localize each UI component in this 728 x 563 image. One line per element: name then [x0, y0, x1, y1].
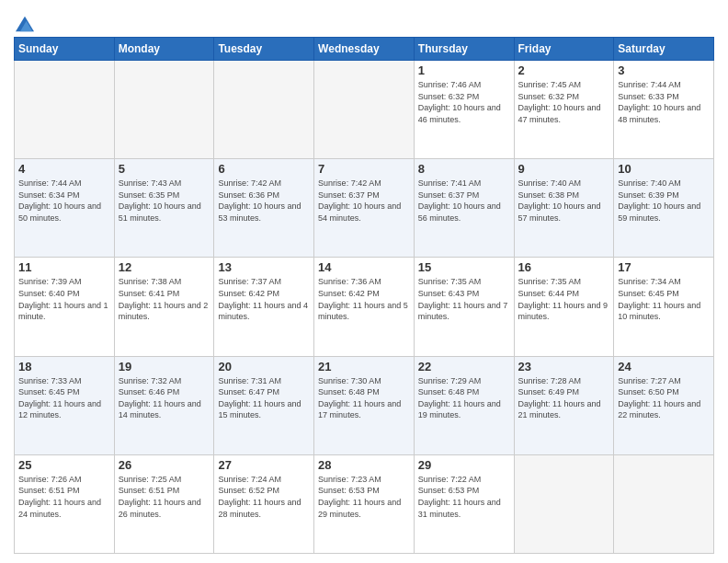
- calendar-cell: 22Sunrise: 7:29 AMSunset: 6:48 PMDayligh…: [414, 356, 514, 454]
- day-info: Sunrise: 7:28 AMSunset: 6:49 PMDaylight:…: [518, 375, 610, 421]
- day-number: 6: [218, 162, 310, 176]
- weekday-header: Sunday: [15, 38, 115, 61]
- weekday-header: Wednesday: [314, 38, 415, 61]
- calendar-cell: 28Sunrise: 7:23 AMSunset: 6:53 PMDayligh…: [314, 454, 415, 553]
- day-info: Sunrise: 7:22 AMSunset: 6:53 PMDaylight:…: [418, 474, 510, 520]
- calendar-cell: 6Sunrise: 7:42 AMSunset: 6:36 PMDaylight…: [214, 159, 314, 258]
- calendar-cell: 1Sunrise: 7:46 AMSunset: 6:32 PMDaylight…: [414, 61, 514, 159]
- day-info: Sunrise: 7:23 AMSunset: 6:53 PMDaylight:…: [318, 474, 410, 520]
- calendar: SundayMondayTuesdayWednesdayThursdayFrid…: [14, 37, 714, 554]
- day-number: 24: [618, 360, 710, 373]
- day-number: 23: [518, 360, 610, 373]
- day-number: 9: [518, 162, 610, 176]
- weekday-header: Friday: [514, 38, 614, 61]
- day-number: 10: [618, 162, 710, 176]
- calendar-cell: 16Sunrise: 7:35 AMSunset: 6:44 PMDayligh…: [514, 258, 614, 356]
- calendar-cell: 26Sunrise: 7:25 AMSunset: 6:51 PMDayligh…: [114, 454, 214, 553]
- day-info: Sunrise: 7:35 AMSunset: 6:43 PMDaylight:…: [418, 276, 510, 322]
- day-number: 13: [218, 260, 310, 274]
- calendar-cell: 3Sunrise: 7:44 AMSunset: 6:33 PMDaylight…: [614, 61, 714, 159]
- day-number: 5: [119, 162, 210, 176]
- day-info: Sunrise: 7:32 AMSunset: 6:46 PMDaylight:…: [119, 375, 210, 421]
- calendar-cell: 13Sunrise: 7:37 AMSunset: 6:42 PMDayligh…: [214, 258, 314, 356]
- day-number: 26: [119, 458, 210, 472]
- day-info: Sunrise: 7:25 AMSunset: 6:51 PMDaylight:…: [119, 474, 210, 520]
- calendar-week-row: 25Sunrise: 7:26 AMSunset: 6:51 PMDayligh…: [15, 454, 714, 553]
- calendar-cell: [614, 454, 714, 553]
- day-info: Sunrise: 7:38 AMSunset: 6:41 PMDaylight:…: [119, 276, 210, 322]
- calendar-cell: 12Sunrise: 7:38 AMSunset: 6:41 PMDayligh…: [114, 258, 214, 356]
- calendar-cell: 23Sunrise: 7:28 AMSunset: 6:49 PMDayligh…: [514, 356, 614, 454]
- day-number: 16: [518, 260, 610, 274]
- day-info: Sunrise: 7:39 AMSunset: 6:40 PMDaylight:…: [18, 276, 110, 322]
- day-info: Sunrise: 7:35 AMSunset: 6:44 PMDaylight:…: [518, 276, 610, 322]
- day-info: Sunrise: 7:40 AMSunset: 6:38 PMDaylight:…: [518, 178, 610, 224]
- calendar-cell: 29Sunrise: 7:22 AMSunset: 6:53 PMDayligh…: [414, 454, 514, 553]
- day-number: 4: [18, 162, 110, 176]
- day-info: Sunrise: 7:41 AMSunset: 6:37 PMDaylight:…: [418, 178, 510, 224]
- day-info: Sunrise: 7:27 AMSunset: 6:50 PMDaylight:…: [618, 375, 710, 421]
- calendar-body: 1Sunrise: 7:46 AMSunset: 6:32 PMDaylight…: [15, 61, 714, 554]
- page: SundayMondayTuesdayWednesdayThursdayFrid…: [0, 0, 728, 563]
- calendar-cell: 4Sunrise: 7:44 AMSunset: 6:34 PMDaylight…: [15, 159, 115, 258]
- calendar-cell: 15Sunrise: 7:35 AMSunset: 6:43 PMDayligh…: [414, 258, 514, 356]
- day-info: Sunrise: 7:29 AMSunset: 6:48 PMDaylight:…: [418, 375, 510, 421]
- header: [14, 9, 714, 29]
- day-number: 19: [119, 360, 210, 373]
- day-info: Sunrise: 7:24 AMSunset: 6:52 PMDaylight:…: [218, 474, 310, 520]
- day-info: Sunrise: 7:42 AMSunset: 6:36 PMDaylight:…: [218, 178, 310, 224]
- day-number: 2: [518, 63, 610, 77]
- calendar-cell: 9Sunrise: 7:40 AMSunset: 6:38 PMDaylight…: [514, 159, 614, 258]
- day-number: 15: [418, 260, 510, 274]
- day-info: Sunrise: 7:30 AMSunset: 6:48 PMDaylight:…: [318, 375, 410, 421]
- calendar-cell: 25Sunrise: 7:26 AMSunset: 6:51 PMDayligh…: [15, 454, 115, 553]
- day-info: Sunrise: 7:33 AMSunset: 6:45 PMDaylight:…: [18, 375, 110, 421]
- weekday-header: Saturday: [614, 38, 714, 61]
- day-number: 14: [318, 260, 410, 274]
- logo-icon: [16, 15, 34, 33]
- calendar-cell: 24Sunrise: 7:27 AMSunset: 6:50 PMDayligh…: [614, 356, 714, 454]
- calendar-cell: 7Sunrise: 7:42 AMSunset: 6:37 PMDaylight…: [314, 159, 415, 258]
- calendar-cell: 20Sunrise: 7:31 AMSunset: 6:47 PMDayligh…: [214, 356, 314, 454]
- day-number: 17: [618, 260, 710, 274]
- calendar-cell: 2Sunrise: 7:45 AMSunset: 6:32 PMDaylight…: [514, 61, 614, 159]
- calendar-cell: [314, 61, 415, 159]
- calendar-cell: 17Sunrise: 7:34 AMSunset: 6:45 PMDayligh…: [614, 258, 714, 356]
- calendar-cell: [114, 61, 214, 159]
- calendar-cell: 5Sunrise: 7:43 AMSunset: 6:35 PMDaylight…: [114, 159, 214, 258]
- day-number: 28: [318, 458, 410, 472]
- day-number: 21: [318, 360, 410, 373]
- day-number: 29: [418, 458, 510, 472]
- logo: [14, 15, 34, 29]
- calendar-cell: 10Sunrise: 7:40 AMSunset: 6:39 PMDayligh…: [614, 159, 714, 258]
- day-number: 27: [218, 458, 310, 472]
- day-number: 11: [18, 260, 110, 274]
- day-number: 8: [418, 162, 510, 176]
- day-info: Sunrise: 7:44 AMSunset: 6:33 PMDaylight:…: [618, 79, 710, 125]
- day-info: Sunrise: 7:45 AMSunset: 6:32 PMDaylight:…: [518, 79, 610, 125]
- weekday-header: Thursday: [414, 38, 514, 61]
- calendar-cell: 27Sunrise: 7:24 AMSunset: 6:52 PMDayligh…: [214, 454, 314, 553]
- day-info: Sunrise: 7:43 AMSunset: 6:35 PMDaylight:…: [119, 178, 210, 224]
- weekday-header: Monday: [114, 38, 214, 61]
- day-info: Sunrise: 7:40 AMSunset: 6:39 PMDaylight:…: [618, 178, 710, 224]
- day-info: Sunrise: 7:34 AMSunset: 6:45 PMDaylight:…: [618, 276, 710, 322]
- calendar-cell: 18Sunrise: 7:33 AMSunset: 6:45 PMDayligh…: [15, 356, 115, 454]
- calendar-week-row: 4Sunrise: 7:44 AMSunset: 6:34 PMDaylight…: [15, 159, 714, 258]
- calendar-cell: 21Sunrise: 7:30 AMSunset: 6:48 PMDayligh…: [314, 356, 415, 454]
- calendar-header-row: SundayMondayTuesdayWednesdayThursdayFrid…: [15, 38, 714, 61]
- calendar-week-row: 18Sunrise: 7:33 AMSunset: 6:45 PMDayligh…: [15, 356, 714, 454]
- day-number: 3: [618, 63, 710, 77]
- calendar-cell: 14Sunrise: 7:36 AMSunset: 6:42 PMDayligh…: [314, 258, 415, 356]
- calendar-cell: [15, 61, 115, 159]
- calendar-cell: 11Sunrise: 7:39 AMSunset: 6:40 PMDayligh…: [15, 258, 115, 356]
- calendar-cell: 19Sunrise: 7:32 AMSunset: 6:46 PMDayligh…: [114, 356, 214, 454]
- weekday-header: Tuesday: [214, 38, 314, 61]
- day-number: 18: [18, 360, 110, 373]
- day-info: Sunrise: 7:36 AMSunset: 6:42 PMDaylight:…: [318, 276, 410, 322]
- day-number: 12: [119, 260, 210, 274]
- day-number: 1: [418, 63, 510, 77]
- day-info: Sunrise: 7:44 AMSunset: 6:34 PMDaylight:…: [18, 178, 110, 224]
- day-number: 22: [418, 360, 510, 373]
- calendar-cell: 8Sunrise: 7:41 AMSunset: 6:37 PMDaylight…: [414, 159, 514, 258]
